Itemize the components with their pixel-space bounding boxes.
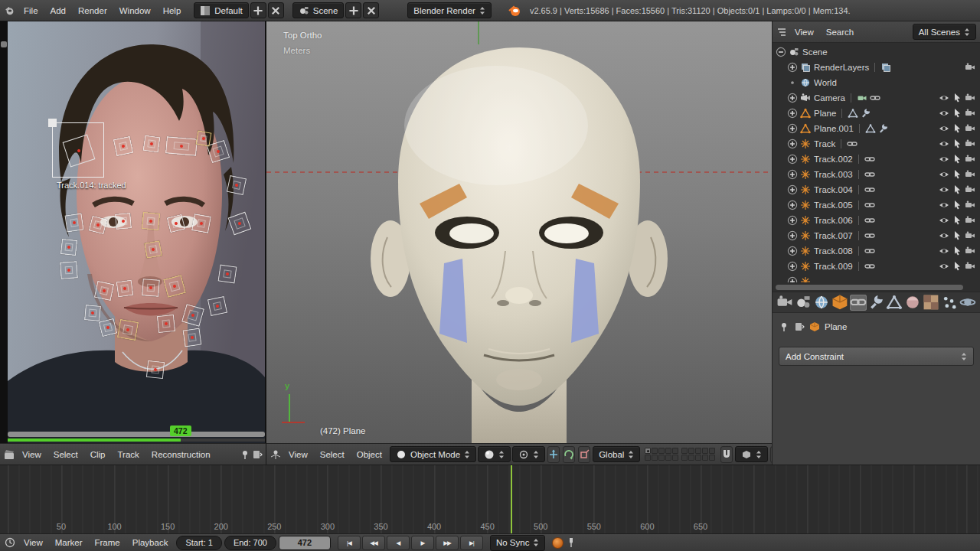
tracking-marker[interactable] bbox=[89, 216, 107, 234]
properties-tab-particles[interactable] bbox=[941, 295, 958, 311]
outliner-scope-selector[interactable]: All Scenes bbox=[913, 24, 976, 40]
outliner-item-camera[interactable]: Camera bbox=[773, 90, 980, 106]
current-frame-field[interactable]: 472 bbox=[279, 536, 331, 550]
tracking-marker[interactable] bbox=[157, 315, 175, 333]
layer-toggle[interactable] bbox=[688, 455, 694, 461]
sync-mode-selector[interactable]: No Sync bbox=[490, 535, 545, 551]
expand-icon[interactable] bbox=[787, 261, 798, 272]
select-toggle-icon[interactable] bbox=[952, 246, 962, 256]
menu-item[interactable]: Reconstruction bbox=[145, 448, 217, 461]
render-toggle-icon[interactable] bbox=[965, 108, 975, 119]
tracking-marker[interactable] bbox=[143, 135, 161, 153]
mode-selector[interactable]: Object Mode bbox=[390, 446, 476, 462]
record-button[interactable] bbox=[552, 537, 564, 549]
manipulator-rotate-button[interactable] bbox=[563, 446, 575, 463]
expand-icon[interactable] bbox=[776, 47, 786, 57]
expand-icon[interactable] bbox=[787, 93, 798, 103]
render-toggle-icon[interactable] bbox=[965, 215, 975, 226]
expand-icon[interactable] bbox=[787, 139, 798, 149]
render-toggle-icon[interactable] bbox=[965, 246, 975, 256]
layer-toggle[interactable] bbox=[702, 448, 708, 454]
menu-item[interactable]: Window bbox=[113, 4, 157, 18]
viewport-canvas[interactable]: Top Ortho Meters (472) Plane y bbox=[266, 21, 772, 443]
snap-mode-selector[interactable] bbox=[735, 446, 768, 462]
expand-icon[interactable] bbox=[787, 200, 798, 210]
tracking-marker[interactable] bbox=[94, 281, 114, 301]
transport-button[interactable]: ▶ bbox=[411, 536, 434, 550]
pin-icon[interactable] bbox=[779, 321, 789, 332]
outliner-item-track-008[interactable]: Track.008 bbox=[773, 243, 980, 259]
select-toggle-icon[interactable] bbox=[952, 169, 962, 180]
expand-icon[interactable] bbox=[787, 169, 798, 180]
render-toggle-icon[interactable] bbox=[965, 230, 975, 241]
outliner-item-track-004[interactable]: Track.004 bbox=[773, 182, 980, 197]
layer-toggle[interactable] bbox=[695, 455, 701, 461]
properties-tab-scene[interactable] bbox=[795, 295, 812, 311]
outliner-editor-type-icon[interactable] bbox=[776, 27, 787, 37]
eye-toggle-icon[interactable] bbox=[939, 230, 949, 241]
manipulator-translate-button[interactable] bbox=[547, 446, 560, 463]
outliner-item-track-003[interactable]: Track.003 bbox=[773, 167, 980, 182]
menu-item[interactable]: Frame bbox=[89, 536, 126, 549]
expand-icon[interactable] bbox=[787, 184, 798, 195]
outliner-item-track-007[interactable]: Track.007 bbox=[773, 228, 980, 243]
tracking-marker[interactable] bbox=[117, 319, 139, 341]
transport-button[interactable]: |◀ bbox=[338, 536, 361, 550]
layer-toggle[interactable] bbox=[645, 455, 651, 461]
properties-tab-texture[interactable] bbox=[923, 295, 939, 311]
panel-toggle-icon[interactable] bbox=[252, 449, 263, 460]
viewport-editor-type-icon[interactable] bbox=[270, 449, 281, 460]
snap-toggle-button[interactable] bbox=[720, 446, 733, 463]
menu-item[interactable]: Select bbox=[314, 448, 351, 461]
tracking-marker[interactable] bbox=[116, 280, 134, 298]
orientation-selector[interactable]: Global bbox=[593, 446, 640, 462]
eye-toggle-icon[interactable] bbox=[939, 93, 949, 103]
scrollbar-thumb[interactable] bbox=[776, 285, 963, 290]
select-toggle-icon[interactable] bbox=[952, 261, 962, 272]
select-toggle-icon[interactable] bbox=[952, 123, 962, 134]
menu-item[interactable]: Select bbox=[47, 448, 84, 461]
expand-icon[interactable] bbox=[787, 246, 798, 256]
render-toggle-icon[interactable] bbox=[965, 93, 975, 103]
outliner-item-renderlayers[interactable]: RenderLayers bbox=[773, 60, 980, 75]
tracking-marker[interactable] bbox=[60, 261, 77, 279]
tracking-marker[interactable] bbox=[196, 131, 212, 147]
start-frame-field[interactable]: Start: 1 bbox=[176, 536, 221, 550]
render-toggle-icon[interactable] bbox=[965, 200, 975, 210]
tracking-marker[interactable] bbox=[228, 212, 252, 236]
pin-icon[interactable] bbox=[240, 449, 250, 460]
layer-toggle[interactable] bbox=[709, 448, 715, 454]
delete-scene-button[interactable] bbox=[363, 2, 379, 18]
expand-icon[interactable] bbox=[787, 215, 798, 226]
select-toggle-icon[interactable] bbox=[952, 154, 962, 165]
outliner-item-track-009[interactable]: Track.009 bbox=[773, 259, 980, 274]
select-toggle-icon[interactable] bbox=[952, 184, 962, 195]
render-toggle-icon[interactable] bbox=[965, 169, 975, 180]
select-toggle-icon[interactable] bbox=[952, 215, 962, 226]
tracking-marker[interactable] bbox=[207, 140, 230, 163]
tracking-marker[interactable] bbox=[218, 265, 237, 284]
outliner-item-plane[interactable]: Plane bbox=[773, 106, 980, 121]
outliner-item-track-005[interactable]: Track.005 bbox=[773, 197, 980, 213]
properties-tab-material[interactable] bbox=[904, 295, 921, 311]
properties-tab-render[interactable] bbox=[776, 295, 793, 311]
menu-item[interactable]: File bbox=[18, 4, 44, 18]
outliner-item-track-002[interactable]: Track.002 bbox=[773, 152, 980, 167]
menu-item[interactable]: Clip bbox=[84, 448, 112, 461]
eye-toggle-icon[interactable] bbox=[939, 215, 949, 226]
shading-selector[interactable] bbox=[478, 446, 511, 462]
eye-toggle-icon[interactable] bbox=[939, 246, 949, 256]
outliner-item-world[interactable]: World bbox=[773, 75, 980, 90]
audio-scrub-icon[interactable] bbox=[566, 537, 577, 548]
eye-toggle-icon[interactable] bbox=[939, 154, 949, 165]
eye-toggle-icon[interactable] bbox=[939, 200, 949, 210]
menu-item[interactable]: Marker bbox=[49, 536, 89, 549]
expand-icon[interactable] bbox=[787, 276, 798, 282]
tracking-marker[interactable] bbox=[191, 214, 211, 233]
layer-toggle[interactable] bbox=[681, 455, 688, 461]
end-frame-field[interactable]: End: 700 bbox=[224, 536, 276, 550]
tracking-marker[interactable] bbox=[84, 305, 101, 321]
add-layout-button[interactable] bbox=[250, 2, 266, 18]
tracking-marker[interactable] bbox=[142, 279, 159, 296]
render-toggle-icon[interactable] bbox=[965, 139, 975, 149]
